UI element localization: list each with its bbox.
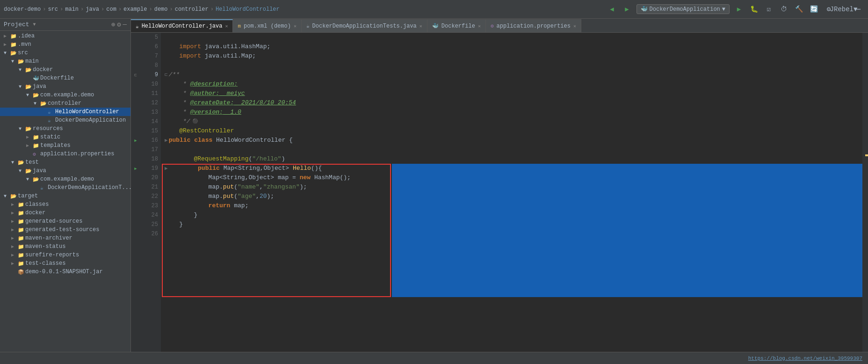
tab-close-icon[interactable]: ✕ xyxy=(225,23,228,29)
tree-item-appprops[interactable]: ⚙ application.properties xyxy=(0,150,130,158)
tree-item-com-example-demo[interactable]: ▼ 📂 com.example.demo xyxy=(0,91,130,99)
tree-item-maven-archiver[interactable]: ▶ 📁 maven-archiver xyxy=(0,234,130,242)
tree-item-test[interactable]: ▼ 📂 test xyxy=(0,158,130,167)
blog-url[interactable]: https://blog.csdn.net/weixin_39599307 xyxy=(748,356,862,361)
tree-item-static[interactable]: ▶ 📁 static xyxy=(0,133,130,141)
tab-appprops[interactable]: ⚙ application.properties ✕ xyxy=(486,19,581,32)
collapse-icon: ▶ xyxy=(11,227,18,233)
tab-dockerdemotest[interactable]: ☕ DockerDemoApplicationTests.java ✕ xyxy=(302,19,427,32)
gutter-line15 xyxy=(131,126,140,136)
gutter-line9: ⊏ xyxy=(131,70,140,80)
tab-dockerfile[interactable]: 🐳 Dockerfile ✕ xyxy=(427,19,486,32)
props-icon: ⚙ xyxy=(33,151,40,157)
gutter-line17 xyxy=(131,145,140,154)
folder-icon: 📂 xyxy=(25,67,33,73)
folder-icon: 📂 xyxy=(40,101,48,107)
build-button[interactable]: 🔨 xyxy=(793,4,804,15)
run-config-selector[interactable]: 🐳 DockerDemoApplication ▼ xyxy=(637,4,730,14)
folder-icon: 📂 xyxy=(25,168,33,174)
tab-hellowcontroller[interactable]: ☕ HelloWordController.java ✕ xyxy=(131,19,233,32)
tree-item-surefire-reports[interactable]: ▶ 📁 surefire-reports xyxy=(0,251,130,259)
collapse-icon: ▶ xyxy=(11,252,18,258)
tree-item-controller[interactable]: ▼ 📂 controller xyxy=(0,99,130,108)
tree-item-resources[interactable]: ▼ 📂 resources xyxy=(0,124,130,133)
gutter-line22 xyxy=(131,192,140,201)
tree-item-mvn[interactable]: ▶ 📁 .mvn xyxy=(0,40,130,49)
folder-icon: 📁 xyxy=(18,218,25,225)
settings-icon[interactable]: ⚙ xyxy=(117,21,121,29)
props-icon: ⚙ xyxy=(491,23,494,29)
collapse-icon: ▼ xyxy=(19,84,25,89)
tree-item-hellowcontroller[interactable]: ☕ HelloWordController xyxy=(0,108,130,116)
tree-item-main[interactable]: ▼ 📂 main xyxy=(0,57,130,66)
sidebar-action-icons: ⊕ ⚙ — xyxy=(111,21,127,29)
tree-item-test-com[interactable]: ▼ 📂 com.example.demo xyxy=(0,175,130,183)
folder-icon: 📂 xyxy=(18,58,25,65)
tree-item-maven-status[interactable]: ▶ 📁 maven-status xyxy=(0,242,130,251)
folder-icon: 📁 xyxy=(18,202,25,208)
project-tree: ▶ 📁 .idea ▶ 📁 .mvn ▼ 📂 src ▼ xyxy=(0,31,130,352)
docker-icon: 🐳 xyxy=(432,23,439,29)
breadcrumb-part: docker-demo xyxy=(4,6,41,13)
folder-icon: 📂 xyxy=(25,84,33,90)
sidebar-title: Project xyxy=(4,21,29,28)
gutter-line23 xyxy=(131,201,140,211)
tab-label: application.properties xyxy=(497,23,571,29)
tree-item-test-classes[interactable]: ▶ 📁 test-classes xyxy=(0,259,130,268)
tab-pomxml[interactable]: m pom.xml (demo) ✕ xyxy=(233,19,301,32)
collapse-icon: ▼ xyxy=(19,126,25,131)
nav-forward-icon[interactable]: ▶ xyxy=(622,4,633,15)
tree-item-target[interactable]: ▼ 📂 target xyxy=(0,192,130,200)
tree-item-src[interactable]: ▼ 📂 src xyxy=(0,49,130,57)
tree-item-dockerfile[interactable]: 🐳 Dockerfile xyxy=(0,74,130,82)
tree-item-generated-test-sources[interactable]: ▶ 📁 generated-test-sources xyxy=(0,226,130,234)
coverage-button[interactable]: ☑ xyxy=(763,4,774,15)
tree-item-dockerdemotest[interactable]: ☕ DockerDemoApplicationT... xyxy=(0,183,130,192)
tab-close-icon[interactable]: ✕ xyxy=(294,23,297,29)
gutter-line18 xyxy=(131,154,140,164)
code-line-8 xyxy=(165,61,859,70)
nav-back-icon[interactable]: ◀ xyxy=(607,4,618,15)
tree-item-idea[interactable]: ▶ 📁 .idea xyxy=(0,32,130,40)
breadcrumb-part: src xyxy=(48,6,58,13)
tree-item-jar[interactable]: 📦 demo-0.0.1-SNAPSHOT.jar xyxy=(0,268,130,276)
tab-close-icon[interactable]: ✕ xyxy=(478,23,481,29)
right-gutter xyxy=(862,33,868,352)
code-line-9: ⊏ /** xyxy=(165,70,859,80)
tree-item-generated-sources[interactable]: ▶ 📁 generated-sources xyxy=(0,217,130,226)
sync-icon[interactable]: ⊕ xyxy=(111,21,115,29)
collapse-icon: ▼ xyxy=(11,59,18,64)
breadcrumb-active: HelloWordController xyxy=(216,6,280,13)
tree-item-templates[interactable]: ▶ 📁 templates xyxy=(0,141,130,150)
code-line-18: @RequestMapping("/hello") xyxy=(165,154,859,164)
tab-close-icon[interactable]: ✕ xyxy=(420,23,422,29)
code-content[interactable]: import java.util.HashMap; import java.ut… xyxy=(161,33,862,352)
tree-item-docker[interactable]: ▼ 📂 docker xyxy=(0,66,130,74)
debug-button[interactable]: 🐛 xyxy=(748,4,760,15)
breadcrumb-part: java xyxy=(86,6,99,13)
gutter-line25 xyxy=(131,220,140,229)
code-line-23: return map; xyxy=(165,201,859,211)
sidebar-header: Project ▼ ⊕ ⚙ — xyxy=(0,19,130,31)
profile-button[interactable]: ⏱ xyxy=(778,4,789,15)
tree-item-java[interactable]: ▼ 📂 java xyxy=(0,82,130,91)
minimize-icon[interactable]: — xyxy=(123,21,127,29)
breadcrumb-part: main xyxy=(65,6,79,13)
code-line-12: * @createDate: 2021/8/10 20:54 xyxy=(165,98,859,108)
top-toolbar: docker-demo › src › main › java › com › … xyxy=(0,0,868,19)
tree-item-test-java[interactable]: ▼ 📂 java xyxy=(0,167,130,175)
tree-item-target-docker[interactable]: ▶ 📁 docker xyxy=(0,209,130,217)
code-editor[interactable]: ⊏ ▶ ▶ 5 6 xyxy=(131,33,868,352)
collapse-icon: ▶ xyxy=(11,210,18,216)
run-button[interactable]: ▶ xyxy=(733,4,745,15)
jrebel-button[interactable]: JRebel ▼ xyxy=(838,4,849,15)
tree-item-classes[interactable]: ▶ 📁 classes xyxy=(0,200,130,209)
tree-item-dockerdemoapplication[interactable]: ☕ DockerDemoApplication xyxy=(0,116,130,124)
left-gutter: ⊏ ▶ ▶ xyxy=(131,33,140,352)
sync-button[interactable]: 🔄 xyxy=(808,4,819,15)
gutter-line14 xyxy=(131,117,140,126)
breadcrumb-part: com xyxy=(106,6,116,13)
tab-close-icon[interactable]: ✕ xyxy=(573,23,576,29)
tab-label: Dockerfile xyxy=(441,23,475,29)
code-line-10: * @description: xyxy=(165,80,859,89)
